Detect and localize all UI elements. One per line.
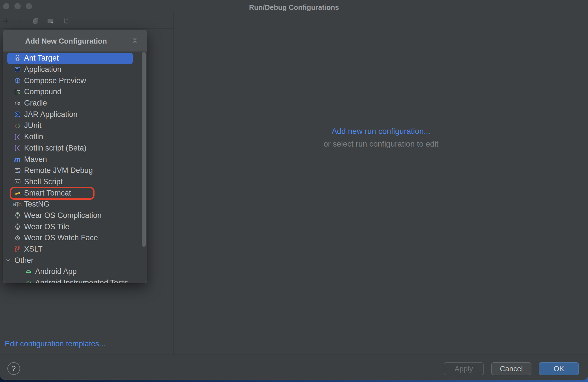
config-item-compound[interactable]: Compound [7,86,133,98]
config-item-label: TestNG [24,200,50,209]
config-item-application[interactable]: Application [7,64,133,75]
config-item-label: Gradle [24,99,47,108]
ant-icon [14,54,21,62]
popup-scrollbar-thumb[interactable] [142,52,146,247]
config-item-label: JAR Application [24,110,78,119]
shell-icon [14,178,21,186]
config-item-ant-target[interactable]: Ant Target [7,53,133,64]
help-button[interactable]: ? [7,362,20,375]
copy-icon[interactable] [32,17,39,25]
config-item-label: XSLT [24,245,43,254]
wear-tile-icon [14,223,21,231]
config-item-label: Compound [24,87,61,96]
config-item-label: Wear OS Complication [24,211,102,220]
config-item-compose-preview[interactable]: Compose Preview [7,75,133,86]
add-run-configuration-link[interactable]: Add new run configuration... [174,127,588,136]
config-item-wear-os-watch-face[interactable]: Wear OS Watch Face [7,232,133,244]
config-item-label: Kotlin [24,132,43,141]
config-item-kotlin-script-beta[interactable]: Kotlin script (Beta) [7,143,133,154]
cancel-button[interactable]: Cancel [491,362,531,375]
kotlin-icon [14,144,21,152]
apply-button[interactable]: Apply [444,362,484,375]
config-item-label: JUnit [24,121,42,130]
testng-icon: NTG [14,200,21,208]
config-item-wear-os-complication[interactable]: Wear OS Complication [7,210,133,221]
select-configuration-hint: or select run configuration to edit [174,140,588,149]
footer: ? Apply Cancel OK [0,355,588,380]
kotlin-icon [14,133,21,141]
config-item-label: Maven [24,155,47,164]
ok-button[interactable]: OK [539,362,579,375]
config-item-junit[interactable]: JUnit [7,120,133,131]
config-item-jar-application[interactable]: JAR Application [7,109,133,120]
config-item-label: Ant Target [24,54,59,63]
config-item-maven[interactable]: mMaven [7,154,133,165]
maven-icon: m [14,156,21,163]
config-item-label: Compose Preview [24,76,86,85]
compose-icon [14,77,21,85]
config-item-wear-os-tile[interactable]: Wear OS Tile [7,221,133,232]
tomcat-icon [14,189,21,197]
config-item-label: Remote JVM Debug [24,166,93,175]
config-item-label: Kotlin script (Beta) [24,144,87,153]
config-item-android-instrumented-tests[interactable]: Android Instrumented Tests [7,277,133,283]
svg-text:a: a [66,18,68,21]
config-item-android-app[interactable]: Android App [7,266,133,277]
right-panel: Add new run configuration... or select r… [174,12,588,355]
collapse-icon[interactable] [131,37,139,44]
config-item-xslt[interactable]: XSLTXSLT [7,244,133,255]
config-item-label: Shell Script [24,177,63,186]
add-new-configuration-popup: Add New Configuration Ant TargetApplicat… [3,30,147,283]
toolbar: az [0,12,173,29]
jar-icon [14,111,21,118]
xslt-icon: XSLT [14,245,21,253]
config-item-label: Smart Tomcat [24,189,71,198]
application-icon [14,66,21,73]
new-folder-icon[interactable] [47,17,54,25]
config-item-label: Wear OS Tile [24,222,69,231]
run-debug-configurations-dialog: Run/Debug Configurations az Add New Conf… [0,0,588,380]
android-icon [25,268,32,275]
config-item-remote-jvm-debug[interactable]: Remote JVM Debug [7,165,133,176]
config-item-other[interactable]: Other [7,255,133,266]
config-item-label: Android App [35,267,77,276]
remote-jvm-icon [14,167,21,174]
compound-icon [14,88,21,96]
svg-text:z: z [66,21,68,24]
configuration-type-list: Ant TargetApplicationCompose PreviewComp… [3,51,147,283]
config-item-label: Other [14,256,34,265]
wear-complication-icon [14,212,21,219]
junit-icon [14,122,21,129]
remove-icon[interactable] [17,17,24,25]
config-item-kotlin[interactable]: Kotlin [7,131,133,143]
config-item-smart-tomcat[interactable]: Smart Tomcat [7,187,133,199]
dialog-title: Run/Debug Configurations [0,0,588,12]
config-item-label: Wear OS Watch Face [24,233,98,242]
edit-templates-link[interactable]: Edit configuration templates... [5,340,106,348]
chevron-down-icon [4,257,12,264]
titlebar: Run/Debug Configurations [0,0,588,12]
popup-header: Add New Configuration [3,30,147,51]
android-icon [25,279,32,283]
config-item-label: Application [24,65,61,74]
config-item-testng[interactable]: NTGTestNG [7,199,133,210]
wear-watchface-icon [14,234,21,242]
popup-title: Add New Configuration [25,30,107,52]
config-item-gradle[interactable]: Gradle [7,98,133,109]
add-icon[interactable] [2,17,10,25]
config-item-label: Android Instrumented Tests [35,278,128,283]
sort-alphabetically-icon[interactable]: az [62,17,70,25]
gradle-icon [14,99,21,107]
config-item-shell-script[interactable]: Shell Script [7,176,133,188]
